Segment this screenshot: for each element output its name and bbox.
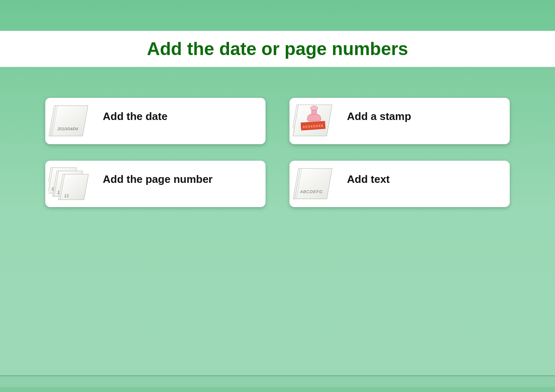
card-add-page-number[interactable]: 9 10 11 Add the page number [45,161,266,207]
svg-text:11: 11 [64,193,69,198]
svg-rect-15 [58,174,88,200]
date-icon-text: 2010/04/04 [57,127,79,131]
page-title-bar: Add the date or page numbers [0,31,555,67]
date-page-icon: 2010/04/04 [49,103,93,139]
text-icon-text: ABCDEFG [300,189,323,194]
card-label: Add the date [103,110,167,123]
svg-point-8 [310,106,318,110]
text-page-icon: ABCDEFG [293,166,337,202]
cards-grid: 2010/04/04 Add the date [45,98,510,207]
card-label: Add the page number [103,173,213,186]
page-number-icon: 9 10 11 [49,166,93,202]
card-add-text[interactable]: ABCDEFG Add text [289,161,510,207]
footer-decoration [0,375,555,392]
page-title: Add the date or page numbers [147,39,408,59]
card-label: Add text [347,173,390,186]
card-add-stamp[interactable]: XXXXXXXX Add a stamp [289,98,510,144]
card-label: Add a stamp [347,110,411,123]
card-add-date[interactable]: 2010/04/04 Add the date [45,98,266,144]
stamp-icon: XXXXXXXX [293,103,337,139]
